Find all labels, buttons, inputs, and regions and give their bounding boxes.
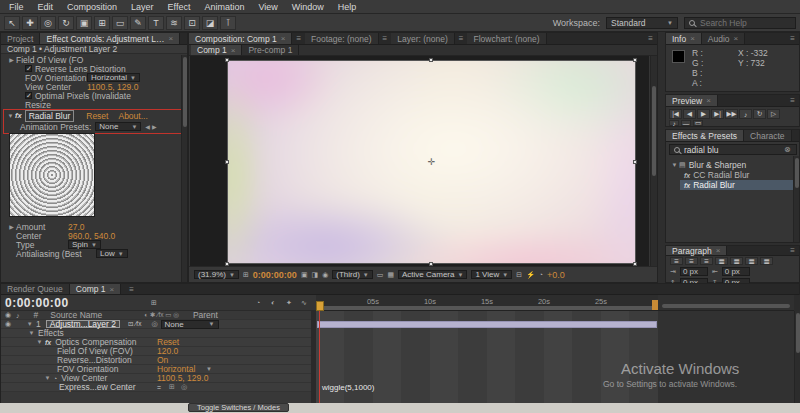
tab-effect-controls[interactable]: Effect Controls: Adjustment Layer 2 ×	[40, 33, 180, 44]
radial-blur-effect-name[interactable]: Radial Blur	[25, 110, 75, 122]
toggle-switches-button[interactable]: Toggle Switches / Modes	[188, 403, 289, 412]
type-tool-icon[interactable]: T	[148, 16, 164, 30]
tab-footage[interactable]: Footage: (none)	[305, 33, 378, 44]
menu-file[interactable]: File	[2, 1, 31, 13]
workspace-dropdown[interactable]: Standard▼	[606, 17, 678, 29]
expression-equals-icon[interactable]: =	[157, 384, 161, 391]
help-search-box[interactable]	[684, 17, 796, 29]
effects-group-row[interactable]: ▼ Effects	[1, 329, 311, 338]
scrollbar-thumb[interactable]	[652, 86, 656, 176]
pen-tool-icon[interactable]: ✎	[130, 16, 146, 30]
expander-icon[interactable]: ▼	[670, 162, 679, 168]
composition-scrollbar[interactable]	[650, 56, 657, 266]
tab-info[interactable]: Info×	[666, 33, 702, 44]
viewer-timecode[interactable]: 0:00:00:00	[253, 270, 297, 280]
current-timecode[interactable]: 0:00:00:00	[5, 296, 69, 310]
audio-column-icon[interactable]: ♪	[16, 312, 20, 319]
animation-presets-dropdown[interactable]: None▼	[95, 122, 141, 131]
resolution-dropdown[interactable]: (Third)▼	[332, 270, 373, 279]
tab-timeline-comp1[interactable]: Comp 1×	[70, 284, 121, 294]
graph-editor-icon[interactable]: ∿	[301, 299, 307, 307]
fov-orientation-row[interactable]: FOV Orientation Horizontal ▼	[1, 365, 311, 374]
align-center-icon[interactable]: ≡	[685, 257, 698, 265]
tab-composition[interactable]: Composition: Comp 1×	[189, 33, 292, 44]
menu-composition[interactable]: Composition	[60, 1, 124, 13]
selection-handle[interactable]	[633, 160, 637, 164]
loop-button[interactable]: ↻	[753, 109, 766, 119]
close-icon[interactable]: ×	[281, 34, 286, 43]
comp-mini-icon[interactable]: ⊞	[151, 299, 157, 307]
expander-icon[interactable]: ▼	[27, 330, 36, 336]
close-icon[interactable]: ×	[110, 285, 115, 294]
clone-stamp-tool-icon[interactable]: ⊡	[184, 16, 200, 30]
selection-tool-icon[interactable]: ↖	[4, 16, 20, 30]
stopwatch-icon[interactable]: ◔	[53, 375, 57, 382]
layer-duration-bar[interactable]	[317, 321, 657, 328]
tab-render-queue[interactable]: Render Queue	[1, 284, 70, 294]
layer-switches[interactable]: ⊡ ∕fx	[128, 320, 141, 328]
menu-window[interactable]: Window	[285, 1, 331, 13]
close-icon[interactable]: ×	[706, 96, 711, 105]
channel-icon[interactable]: ◉	[322, 271, 328, 279]
eraser-tool-icon[interactable]: ◪	[202, 16, 218, 30]
cti-handle[interactable]	[316, 301, 324, 311]
expander-icon[interactable]: ▶	[7, 56, 16, 63]
composition-viewport[interactable]: ✛	[190, 56, 649, 268]
scrollbar-thumb[interactable]	[183, 57, 187, 127]
clear-search-icon[interactable]: ⊗	[784, 145, 791, 154]
tree-folder-blur-sharpen[interactable]: ▼ ▤ Blur & Sharpen	[670, 160, 795, 170]
rotation-tool-icon[interactable]: ↻	[58, 16, 74, 30]
preset-next-icon[interactable]: ▶	[152, 123, 157, 130]
mask-tool-icon[interactable]: ▭	[112, 16, 128, 30]
expander-icon[interactable]: ▼	[43, 375, 52, 381]
justify-last-left-icon[interactable]: ≣	[715, 257, 728, 265]
snapshot-icon[interactable]: ▣	[301, 271, 308, 279]
menu-edit[interactable]: Edit	[31, 1, 61, 13]
tab-effects-presets[interactable]: Effects & Presets	[666, 130, 744, 141]
tab-layer[interactable]: Layer: (none)	[391, 33, 455, 44]
quality-icon[interactable]: ▭	[693, 120, 703, 126]
menu-layer[interactable]: Layer	[124, 1, 161, 13]
indent-left-field[interactable]: 0 px	[680, 267, 708, 276]
selection-handle[interactable]	[225, 58, 229, 62]
pan-behind-tool-icon[interactable]: ⊞	[94, 16, 110, 30]
shuttle-icon[interactable]: —	[681, 120, 691, 126]
grid-guides-icon[interactable]: ⊞	[243, 271, 249, 279]
menu-animation[interactable]: Animation	[197, 1, 251, 13]
tab-character[interactable]: Characte	[744, 130, 792, 141]
next-frame-button[interactable]: ▶|	[711, 109, 724, 119]
fov-row[interactable]: Field Of View (FOV) 120.0	[1, 347, 311, 356]
viewer-tab-comp1[interactable]: Comp 1×	[191, 45, 242, 55]
frame-blend-icon[interactable]: ◐	[271, 299, 275, 306]
layer-name[interactable]: Adjustm...Layer 2	[46, 320, 120, 328]
radial-blur-preview[interactable]	[9, 133, 95, 217]
timeline-button-icon[interactable]: ◔	[539, 271, 543, 278]
eye-icon[interactable]: ◉	[5, 311, 11, 319]
menu-view[interactable]: View	[251, 1, 284, 13]
effects-search-input[interactable]	[684, 145, 780, 155]
expression-graph-icon[interactable]: ⊞	[169, 383, 175, 391]
motion-blur-icon[interactable]: ✦	[286, 299, 292, 307]
pixel-aspect-icon[interactable]: ⊟	[516, 271, 522, 279]
checkbox-icon[interactable]: ✓	[25, 65, 32, 72]
menu-effect[interactable]: Effect	[161, 1, 198, 13]
audio-button[interactable]: ♪	[739, 109, 752, 119]
scrollbar-thumb[interactable]	[795, 158, 799, 188]
view-layout-dropdown[interactable]: 1 View▼	[471, 270, 512, 279]
pickwhip-icon[interactable]: ◎	[151, 320, 157, 328]
indent-right-field[interactable]: 0 px	[722, 267, 750, 276]
navigator-handle[interactable]	[662, 304, 790, 308]
speaker-icon[interactable]: ♪	[669, 120, 679, 126]
parent-dropdown[interactable]: None▼	[161, 320, 219, 329]
transparency-grid-icon[interactable]: ▦	[387, 271, 394, 279]
panel-menu-icon[interactable]: ≡	[455, 33, 468, 44]
puppet-pin-tool-icon[interactable]: ⊺	[220, 16, 236, 30]
view-center-row[interactable]: ▼ ◔ View Center 1100.5, 129.0	[1, 374, 311, 383]
align-left-icon[interactable]: ≡	[670, 257, 683, 265]
expander-icon[interactable]: ▼	[6, 113, 15, 119]
previous-frame-button[interactable]: ◀	[683, 109, 696, 119]
expression-text[interactable]: wiggle(5,1000)	[322, 383, 374, 392]
tab-flowchart[interactable]: Flowchart: (none)	[467, 33, 546, 44]
effects-search-box[interactable]: ⊗	[669, 144, 797, 155]
close-icon[interactable]: ×	[690, 34, 695, 43]
